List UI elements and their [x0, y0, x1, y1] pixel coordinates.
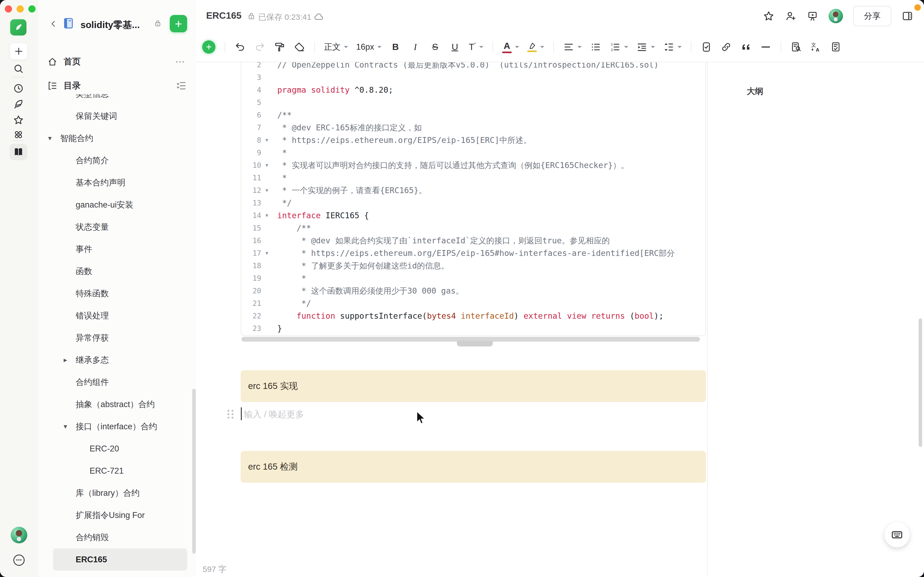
sidebar-item-ERC-721[interactable]: ERC-721 [53, 460, 187, 482]
user-avatar[interactable] [11, 527, 27, 543]
find-replace-button[interactable] [790, 39, 802, 55]
chevron-down-icon [540, 46, 544, 50]
code-line-8: 8▾ * https://eips.ethereum.org/EIPS/eip-… [241, 134, 706, 147]
fold-chevron-icon[interactable]: ▾ [261, 247, 277, 259]
zoom-window-button[interactable] [28, 5, 36, 13]
sidebar-item-继承多态[interactable]: ▸继承多态 [53, 349, 187, 371]
insert-link-button[interactable] [720, 39, 732, 55]
translate-button[interactable]: 文A [810, 39, 822, 55]
bold-button[interactable]: B [389, 39, 401, 55]
presentation-icon[interactable] [807, 10, 818, 22]
help-button[interactable]: ⋯ [13, 554, 24, 566]
sidebar-item-基本合约声明[interactable]: 基本合约声明 [53, 171, 187, 193]
invite-user-icon[interactable] [785, 10, 796, 22]
sidebar-item-保留关键词[interactable]: 保留关键词 [53, 105, 187, 127]
sidebar-scrollbar[interactable] [192, 388, 196, 554]
sidebar-item-ERC165[interactable]: ERC165 [53, 548, 187, 571]
font-size-dropdown[interactable]: 16px [356, 39, 381, 55]
solidity-code-block[interactable]: 2// OpenZeppelin Contracts (最后更新版本v5.0.0… [241, 62, 706, 336]
add-page-button[interactable]: + [170, 15, 187, 32]
horizontal-rule-icon [760, 41, 771, 53]
quote-button[interactable] [740, 39, 752, 55]
search-button[interactable] [10, 60, 27, 77]
sidebar-item-异常俘获[interactable]: 异常俘获 [53, 327, 187, 349]
sidebar-item-合约简介[interactable]: 合约简介 [53, 149, 187, 171]
minimize-window-button[interactable] [16, 5, 24, 13]
workspace-title[interactable]: solidity零基... [81, 19, 140, 31]
fold-chevron-icon[interactable]: ▾ [261, 159, 277, 171]
editor-vertical-scrollbar[interactable] [919, 318, 922, 447]
callout-erc165-detection[interactable]: erc 165 检测 [241, 451, 706, 483]
code-line-21: 21 */ [241, 297, 706, 309]
favorite-star-icon[interactable] [763, 10, 775, 22]
new-page-button[interactable] [10, 43, 28, 60]
sidebar-item-ERC-20[interactable]: ERC-20 [53, 438, 187, 460]
clear-format-eraser-button[interactable] [294, 39, 305, 55]
fold-chevron-icon[interactable]: ▾ [261, 209, 277, 222]
line-spacing-dropdown[interactable] [663, 39, 682, 55]
text-style-dropdown[interactable]: T˚ [469, 39, 483, 55]
sidebar-item-错误处理[interactable]: 错误处理 [53, 305, 187, 327]
highlight-color-dropdown[interactable] [527, 39, 544, 55]
callout-erc165-implementation[interactable]: erc 165 实现 [241, 370, 706, 402]
empty-text-block[interactable]: 输入 / 唤起更多 [196, 407, 706, 423]
doc-check-button[interactable] [830, 39, 842, 55]
code-block-resize-handle[interactable] [457, 341, 493, 347]
outline-panel-divider [707, 62, 708, 577]
drag-handle-icon[interactable] [228, 410, 233, 419]
sidebar-item-接口（interface）合约[interactable]: ▾接口（interface）合约 [53, 415, 187, 438]
workspace-book-button[interactable] [10, 144, 27, 160]
fold-chevron-icon[interactable]: ▾ [261, 134, 277, 147]
sidebar-item-抽象（abstract）合约[interactable]: 抽象（abstract）合约 [53, 393, 187, 415]
bullet-list-button[interactable] [590, 39, 602, 55]
sidebar-item-类型信息[interactable]: 类型信息 [53, 94, 187, 105]
chevron-down-icon[interactable]: ▾ [48, 134, 60, 142]
notes-pen-button[interactable] [10, 96, 27, 112]
sidebar-item-label: 基本合约声明 [76, 177, 125, 188]
sidebar-item-label: 特殊函数 [76, 288, 109, 299]
sidebar-item-智能合约[interactable]: ▾智能合约 [53, 127, 187, 149]
italic-button[interactable]: I [409, 39, 421, 55]
sidebar-item-合约组件[interactable]: 合约组件 [53, 371, 187, 393]
font-color-dropdown[interactable]: A [502, 39, 519, 55]
line-number: 17 [241, 247, 261, 259]
panel-toggle-icon[interactable] [901, 10, 913, 22]
outline-collapse-icon[interactable] [175, 80, 187, 92]
close-window-button[interactable] [5, 5, 12, 13]
sidebar-item-库（library）合约[interactable]: 库（library）合约 [53, 482, 187, 504]
sidebar-item-ganache-ui安装[interactable]: ganache-ui安装 [53, 193, 187, 216]
keyboard-shortcuts-button[interactable] [884, 522, 909, 547]
sidebar-item-home[interactable]: 首页 ⋯ [38, 53, 196, 71]
redo-button[interactable] [254, 39, 266, 55]
sidebar-item-toc[interactable]: 目录 [38, 77, 196, 95]
indent-dropdown[interactable] [636, 39, 655, 55]
todo-checkbox-button[interactable] [701, 39, 712, 55]
paragraph-style-dropdown[interactable]: 正文 [324, 39, 348, 55]
sidebar-item-特殊函数[interactable]: 特殊函数 [53, 282, 187, 305]
align-dropdown[interactable] [563, 39, 582, 55]
sidebar-item-合约销毁[interactable]: 合约销毁 [53, 526, 187, 548]
share-button[interactable]: 分享 [853, 6, 892, 26]
home-more-icon[interactable]: ⋯ [175, 56, 185, 67]
sidebar-item-状态变量[interactable]: 状态变量 [53, 216, 187, 238]
sidebar-item-函数[interactable]: 函数 [53, 260, 187, 282]
sidebar-item-扩展指令Using For[interactable]: 扩展指令Using For [53, 504, 187, 526]
insert-block-button[interactable]: + [202, 40, 215, 54]
undo-button[interactable] [234, 39, 246, 55]
sidebar-item-事件[interactable]: 事件 [53, 238, 187, 260]
document-title[interactable]: ERC165 [206, 10, 241, 21]
numbered-list-dropdown[interactable]: 12 [610, 39, 628, 55]
back-button[interactable] [49, 19, 58, 28]
underline-button[interactable]: U [449, 39, 460, 55]
chevron-right-icon[interactable]: ▸ [64, 356, 76, 364]
format-painter-button[interactable] [274, 39, 286, 55]
favorites-button[interactable] [10, 112, 27, 128]
history-button[interactable] [10, 80, 27, 97]
horizontal-rule-button[interactable] [760, 39, 772, 55]
fold-chevron-icon[interactable]: ▾ [261, 184, 277, 197]
strikethrough-button[interactable]: S [429, 39, 441, 55]
editor-canvas[interactable]: 大纲 2// OpenZeppelin Contracts (最后更新版本v5.… [196, 62, 924, 577]
code-text: * 了解更多关于如何创建这些id的信息。 [277, 259, 449, 272]
chevron-down-icon[interactable]: ▾ [64, 422, 76, 430]
account-avatar[interactable] [829, 9, 843, 23]
